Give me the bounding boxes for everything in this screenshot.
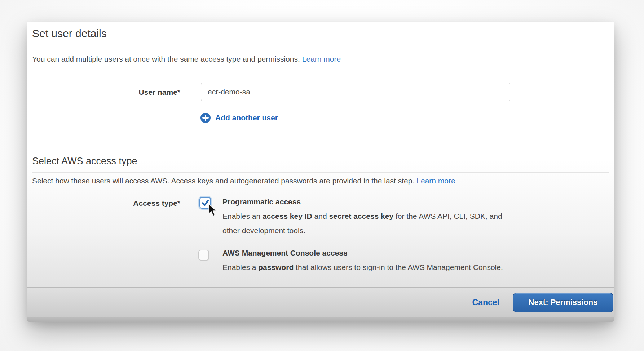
page-title: Set user details bbox=[32, 27, 107, 40]
footer-strip bbox=[27, 317, 614, 322]
user-details-intro-text: You can add multiple users at once with … bbox=[32, 55, 300, 63]
user-name-label: User name* bbox=[27, 88, 180, 97]
console-access-description: Enables a password that allows users to … bbox=[222, 260, 594, 275]
user-details-intro: You can add multiple users at once with … bbox=[32, 55, 341, 63]
programmatic-access-title: Programmatic access bbox=[222, 197, 301, 206]
programmatic-access-description: Enables an access key ID and secret acce… bbox=[222, 209, 594, 238]
learn-more-link[interactable]: Learn more bbox=[416, 177, 455, 185]
console-access-title: AWS Management Console access bbox=[222, 249, 348, 257]
divider bbox=[32, 50, 609, 50]
add-user-card: Set user details You can add multiple us… bbox=[27, 22, 614, 322]
section-title-access-type: Select AWS access type bbox=[32, 156, 137, 167]
add-another-user-label: Add another user bbox=[215, 114, 278, 122]
access-type-intro-text: Select how these users will access AWS. … bbox=[32, 177, 414, 185]
cancel-button[interactable]: Cancel bbox=[472, 298, 499, 307]
mouse-cursor-icon bbox=[208, 204, 218, 217]
add-another-user-button[interactable]: Add another user bbox=[200, 112, 278, 123]
footer-bar: Cancel Next: Permissions bbox=[27, 287, 614, 317]
next-permissions-button[interactable]: Next: Permissions bbox=[513, 293, 613, 312]
user-name-input[interactable] bbox=[201, 83, 510, 101]
access-type-label: Access type* bbox=[27, 199, 180, 208]
console-access-checkbox[interactable] bbox=[198, 250, 209, 261]
learn-more-link[interactable]: Learn more bbox=[302, 55, 341, 63]
divider bbox=[32, 172, 609, 173]
access-type-intro: Select how these users will access AWS. … bbox=[32, 177, 455, 185]
plus-circle-icon bbox=[200, 112, 211, 123]
